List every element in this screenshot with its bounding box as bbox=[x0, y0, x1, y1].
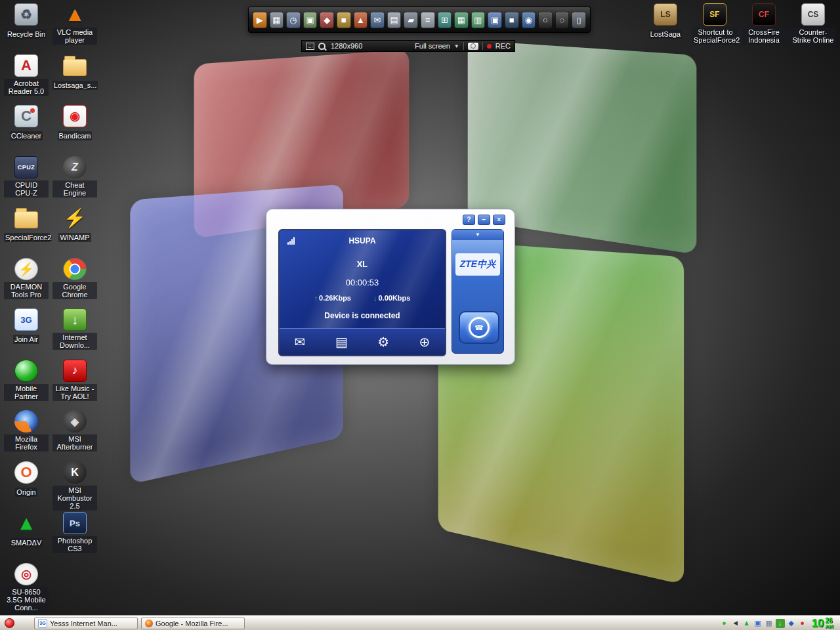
chart-icon[interactable]: ▥ bbox=[471, 12, 486, 28]
desktop-icon-photoshop-cs3[interactable]: PsPhotoshop CS3 bbox=[52, 512, 97, 554]
desktop-icon-google-chrome[interactable]: Google Chrome bbox=[52, 258, 97, 300]
download-speed: ↓0.00Kbps bbox=[373, 294, 410, 302]
capture-mode-label[interactable]: Full screen bbox=[415, 42, 450, 50]
desktop-icon-internet-download-manager[interactable]: ↓Internet Downlo... bbox=[52, 308, 97, 350]
notes-icon[interactable]: ≡ bbox=[421, 12, 435, 28]
messenger-icon[interactable]: ◆ bbox=[787, 619, 796, 628]
play-icon[interactable]: ▶ bbox=[253, 12, 267, 28]
clock-icon[interactable]: ◷ bbox=[286, 12, 301, 28]
upload-speed: ↑0.26Kbps bbox=[314, 294, 351, 302]
shop-icon[interactable]: ■ bbox=[337, 12, 351, 28]
desktop-icon-acrobat-reader[interactable]: AAcrobat Reader 5.0 bbox=[4, 54, 49, 96]
photos-icon[interactable]: ▣ bbox=[303, 12, 318, 28]
tray-icons: ●◄▲▣▦↓◆● bbox=[720, 619, 807, 628]
idm-tray-icon[interactable]: ↓ bbox=[776, 619, 785, 628]
antivirus-icon[interactable]: ● bbox=[798, 619, 807, 628]
desktop-icon-msi-kombustor[interactable]: KMSI Kombustor 2.5 bbox=[52, 461, 97, 511]
games-icon[interactable]: ◆ bbox=[320, 12, 334, 28]
power-icon[interactable]: ○ bbox=[538, 12, 553, 28]
mail-icon[interactable]: ✉ bbox=[370, 12, 385, 28]
desktop-icon-mobile-partner[interactable]: Mobile Partner bbox=[4, 360, 49, 402]
minimize-button[interactable]: − bbox=[478, 215, 490, 225]
recycle-bin-icon: ♻ bbox=[14, 3, 38, 26]
zoom-icon[interactable] bbox=[318, 43, 326, 50]
rec-button[interactable]: REC bbox=[495, 42, 511, 50]
flame-icon[interactable]: ▲ bbox=[354, 12, 368, 28]
smadav-icon: ▲ bbox=[14, 512, 38, 534]
desktop-icon-msi-afterburner[interactable]: ◈MSI Afterburner bbox=[52, 410, 97, 452]
image-icon[interactable]: ▣ bbox=[488, 12, 502, 28]
tv-icon[interactable]: ■ bbox=[505, 12, 519, 28]
volume-icon[interactable]: ◄ bbox=[731, 619, 740, 628]
network-tech-label: HSUPA bbox=[280, 236, 445, 245]
desktop-icon-smadav[interactable]: ▲SMADΔV bbox=[4, 512, 49, 548]
help-button[interactable]: ? bbox=[463, 215, 475, 225]
taskbar-task-yesss-internet-manager[interactable]: 3GYesss Internet Man... bbox=[34, 618, 138, 629]
dialog-titlebar-buttons: ?−× bbox=[463, 215, 505, 225]
desktop-icon-crossfire-indonesia[interactable]: CFCrossFire Indonesia bbox=[742, 3, 786, 45]
smadav-tray-icon[interactable]: ▲ bbox=[742, 619, 751, 628]
modem-status-screen: HSUPA XL 00:00:53 ↑0.26Kbps ↓0.00Kbps De… bbox=[278, 229, 446, 356]
desktop-icon-label: Counter-Strike Online bbox=[791, 28, 835, 45]
lostsaga-folder-icon bbox=[63, 59, 87, 76]
vlc-media-player-icon: ▲ bbox=[63, 3, 87, 26]
desktop-icon-cheat-engine[interactable]: ZCheat Engine bbox=[52, 156, 97, 198]
desktop-icon-origin[interactable]: OOrigin bbox=[4, 461, 49, 497]
desktop-icon-label: Photoshop CS3 bbox=[52, 536, 97, 553]
close-button[interactable]: × bbox=[493, 215, 505, 225]
desktop-icon-join-air[interactable]: 3GJoin Air bbox=[4, 308, 49, 345]
desktop-icon-winamp[interactable]: ⚡WINAMP bbox=[52, 207, 97, 243]
operator-label: XL bbox=[280, 259, 445, 269]
pen-icon[interactable]: ▰ bbox=[404, 12, 418, 28]
desktop-icon-specialforce2-folder[interactable]: SpecialForce2 bbox=[4, 207, 49, 243]
desktop-icon-label: Internet Downlo... bbox=[52, 333, 97, 350]
film-icon[interactable]: ▦ bbox=[270, 12, 284, 28]
desktop-icon-daemon-tools-pro[interactable]: ⚡DAEMON Tools Pro bbox=[4, 258, 49, 300]
start-button[interactable] bbox=[5, 618, 14, 628]
desktop-icon-su8650-modem[interactable]: ◎SU-8650 3.5G Mobile Conn... bbox=[4, 563, 49, 613]
connection-icon[interactable]: ● bbox=[720, 619, 729, 628]
modem-toolbar: ✉▤⚙⊕ bbox=[280, 328, 445, 355]
network-icon[interactable]: ▦ bbox=[765, 619, 774, 628]
chevron-down-icon[interactable]: ▼ bbox=[454, 43, 459, 49]
desktop-icon-counter-strike-online[interactable]: CSCounter-Strike Online bbox=[791, 3, 835, 45]
desktop-icon-recycle-bin[interactable]: ♻Recycle Bin bbox=[4, 3, 49, 39]
disconnect-button[interactable]: ☎ bbox=[459, 311, 499, 344]
browser-button[interactable]: ⊕ bbox=[419, 335, 430, 348]
bandicam-icon: ◉ bbox=[63, 105, 87, 127]
winamp-icon: ⚡ bbox=[63, 207, 87, 229]
phonebook-button[interactable]: ▤ bbox=[335, 335, 348, 348]
desktop-icon-mozilla-firefox[interactable]: Mozilla Firefox bbox=[4, 410, 49, 452]
sms-button[interactable]: ✉ bbox=[295, 335, 306, 348]
desktop-icon-lostsaga[interactable]: LSLostSaga bbox=[643, 3, 688, 39]
window-select-icon[interactable] bbox=[306, 43, 314, 50]
desktop-icon-lostsaga-folder[interactable]: Lostsaga_s... bbox=[52, 54, 97, 91]
standby-icon[interactable]: ◌ bbox=[555, 12, 570, 28]
taskbar-task-google-firefox[interactable]: Google - Mozilla Fire... bbox=[141, 618, 245, 629]
aol-music-icon: ♪ bbox=[63, 360, 87, 382]
desktop-icon-specialforce2-shortcut[interactable]: SFShortcut to SpecialForce2 bbox=[692, 3, 737, 45]
desktop-icon-cpu-z[interactable]: CPUZCPUID CPU-Z bbox=[4, 156, 49, 198]
download-arrow-icon: ↓ bbox=[373, 294, 377, 302]
globe-icon[interactable]: ◉ bbox=[522, 12, 536, 28]
cheat-engine-icon: Z bbox=[63, 156, 87, 178]
taskbar-clock: 10 26 AM bbox=[812, 617, 833, 630]
profile-dropdown[interactable]: ▼ bbox=[452, 230, 503, 240]
display-icon[interactable]: ▣ bbox=[753, 619, 763, 628]
desktop-icon-aol-music[interactable]: ♪Like Music - Try AOL! bbox=[52, 360, 97, 402]
desktop-icon-vlc-media-player[interactable]: ▲VLC media player bbox=[52, 3, 97, 45]
upload-arrow-icon: ↑ bbox=[314, 294, 318, 302]
document-icon[interactable]: ▤ bbox=[387, 12, 402, 28]
camera-button[interactable] bbox=[468, 43, 478, 50]
connection-duration: 00:00:53 bbox=[280, 278, 445, 287]
desktop-icon-bandicam[interactable]: ◉Bandicam bbox=[52, 105, 97, 141]
grid-icon[interactable]: ▦ bbox=[454, 12, 469, 28]
glass-icon[interactable]: ▯ bbox=[572, 12, 586, 28]
zte-logo: ZTE中兴 bbox=[455, 253, 500, 276]
settings-button[interactable]: ⚙ bbox=[377, 335, 389, 348]
desktop-icon-label: Lostsaga_s... bbox=[52, 81, 98, 90]
desktop-icon-ccleaner[interactable]: CCCleaner bbox=[4, 105, 49, 141]
divider bbox=[482, 42, 483, 50]
firefox-icon bbox=[145, 620, 153, 627]
calculator-icon[interactable]: ⊞ bbox=[438, 12, 452, 28]
